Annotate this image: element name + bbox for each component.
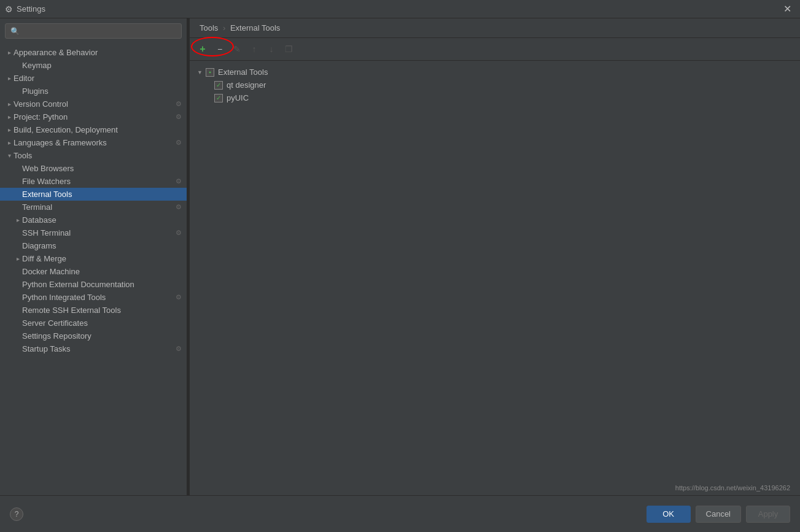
- tool-group-external-tools[interactable]: ▼ External Tools: [195, 66, 795, 79]
- sidebar-item-label: Build, Execution, Deployment: [14, 125, 182, 134]
- close-button[interactable]: ✕: [780, 2, 795, 16]
- settings-icon: ⚙: [176, 203, 182, 211]
- qt-designer-label: qt designer: [227, 80, 266, 90]
- sidebar-item-server-certs[interactable]: Server Certificates: [0, 317, 187, 330]
- bottom-bar: ? OK Cancel Apply: [0, 495, 800, 532]
- move-up-button[interactable]: ↑: [246, 42, 262, 56]
- sidebar-item-label: Server Certificates: [22, 318, 182, 328]
- sidebar-item-plugins[interactable]: Plugins: [0, 85, 187, 98]
- sidebar-item-settings-repo[interactable]: Settings Repository: [0, 330, 187, 342]
- tools-content: ▼ External Tools qt designer pyUIC: [190, 61, 800, 495]
- status-url: https://blog.csdn.net/weixin_43196262: [670, 483, 795, 493]
- tool-item-pyuic[interactable]: pyUIC: [195, 91, 795, 104]
- arrow-icon: ▸: [5, 126, 14, 133]
- sidebar-item-label: Python Integrated Tools: [22, 293, 173, 302]
- sidebar-item-diff-merge[interactable]: ▸Diff & Merge: [0, 252, 187, 265]
- sidebar-item-label: Settings Repository: [22, 331, 182, 341]
- sidebar-item-label: Languages & Frameworks: [14, 138, 173, 147]
- sidebar-item-python-integrated[interactable]: Python Integrated Tools⚙: [0, 291, 187, 304]
- settings-icon: ⚙: [176, 177, 182, 185]
- sidebar-item-remote-ssh[interactable]: Remote SSH External Tools: [0, 304, 187, 317]
- arrow-icon: ▸: [5, 139, 14, 146]
- settings-icon: ⚙: [176, 113, 182, 121]
- apply-button[interactable]: Apply: [746, 506, 790, 523]
- breadcrumb-tools[interactable]: Tools: [200, 23, 218, 33]
- sidebar-item-terminal[interactable]: Terminal⚙: [0, 201, 187, 214]
- sidebar-item-web-browsers[interactable]: Web Browsers: [0, 162, 187, 175]
- sidebar-item-external-tools[interactable]: External Tools: [0, 188, 187, 201]
- sidebar-item-ssh-terminal[interactable]: SSH Terminal⚙: [0, 226, 187, 239]
- sidebar-item-appearance[interactable]: ▸Appearance & Behavior: [0, 46, 187, 59]
- sidebar-item-label: Python External Documentation: [22, 280, 182, 289]
- tool-item-qt-designer[interactable]: qt designer: [195, 79, 795, 91]
- sidebar-item-label: Database: [22, 215, 182, 225]
- title-bar: ⚙ Settings ✕: [0, 0, 800, 18]
- search-input[interactable]: [22, 26, 176, 36]
- bottom-right: OK Cancel Apply: [647, 506, 790, 523]
- arrow-icon: ▸: [5, 101, 14, 107]
- arrow-icon: ▸: [14, 255, 22, 262]
- sidebar-tree: ▸Appearance & BehaviorKeymap▸EditorPlugi…: [0, 44, 187, 495]
- ok-button[interactable]: OK: [647, 506, 691, 523]
- sidebar-item-label: Tools: [14, 151, 182, 160]
- window-title: Settings: [17, 4, 45, 13]
- sidebar-item-version-control[interactable]: ▸Version Control⚙: [0, 98, 187, 110]
- move-down-button[interactable]: ↓: [263, 42, 279, 56]
- sidebar-item-label: Diagrams: [22, 241, 182, 250]
- main-panel: Tools › External Tools + − ✎ ↑ ↓ ❐ ▼ Ex: [190, 18, 800, 495]
- cancel-button[interactable]: Cancel: [696, 506, 741, 523]
- qt-designer-checkbox[interactable]: [214, 81, 223, 90]
- sidebar-item-languages-frameworks[interactable]: ▸Languages & Frameworks⚙: [0, 136, 187, 149]
- dialog-content: 🔍 ▸Appearance & BehaviorKeymap▸EditorPlu…: [0, 18, 800, 495]
- sidebar-item-tools[interactable]: ▾Tools: [0, 149, 187, 162]
- settings-icon: ⚙: [176, 293, 182, 301]
- sidebar-item-database[interactable]: ▸Database: [0, 214, 187, 226]
- breadcrumb-external-tools: External Tools: [230, 23, 280, 33]
- arrow-icon: ▸: [5, 75, 14, 82]
- sidebar-item-label: Plugins: [22, 87, 182, 96]
- settings-icon: ⚙: [176, 100, 182, 108]
- pyuic-label: pyUIC: [227, 93, 249, 102]
- sidebar-item-diagrams[interactable]: Diagrams: [0, 239, 187, 252]
- sidebar-item-editor[interactable]: ▸Editor: [0, 72, 187, 85]
- sidebar-item-startup-tasks[interactable]: Startup Tasks⚙: [0, 342, 187, 355]
- arrow-icon: ▾: [5, 152, 14, 159]
- group-arrow-icon: ▼: [197, 69, 204, 75]
- sidebar-item-python-ext-doc[interactable]: Python External Documentation: [0, 278, 187, 291]
- search-icon: 🔍: [10, 27, 20, 36]
- sidebar-item-label: Startup Tasks: [22, 344, 173, 353]
- help-button[interactable]: ?: [10, 507, 23, 521]
- sidebar-item-label: Editor: [14, 74, 182, 83]
- sidebar-item-label: Web Browsers: [22, 164, 182, 173]
- sidebar-item-label: Docker Machine: [22, 267, 182, 276]
- sidebar-item-label: Project: Python: [14, 112, 173, 121]
- add-button[interactable]: +: [195, 42, 211, 56]
- pyuic-checkbox[interactable]: [214, 94, 223, 102]
- sidebar-item-file-watchers[interactable]: File Watchers⚙: [0, 175, 187, 188]
- toolbar: + − ✎ ↑ ↓ ❐: [190, 38, 800, 61]
- title-bar-left: ⚙ Settings: [5, 4, 45, 14]
- sidebar-item-label: Terminal: [22, 202, 173, 212]
- remove-button[interactable]: −: [212, 42, 228, 56]
- external-tools-checkbox[interactable]: [206, 68, 214, 77]
- edit-button[interactable]: ✎: [229, 42, 245, 56]
- arrow-icon: ▸: [14, 217, 22, 223]
- sidebar-item-keymap[interactable]: Keymap: [0, 59, 187, 72]
- sidebar-item-project-python[interactable]: ▸Project: Python⚙: [0, 110, 187, 123]
- copy-button[interactable]: ❐: [281, 42, 297, 56]
- breadcrumb-sep: ›: [223, 23, 225, 33]
- settings-icon: ⚙: [176, 345, 182, 353]
- sidebar-item-label: External Tools: [22, 190, 182, 199]
- sidebar-item-label: Appearance & Behavior: [14, 48, 182, 57]
- sidebar-item-docker-machine[interactable]: Docker Machine: [0, 265, 187, 278]
- sidebar-item-label: SSH Terminal: [22, 228, 173, 237]
- sidebar-item-label: Diff & Merge: [22, 254, 182, 263]
- external-tools-group-label: External Tools: [218, 67, 268, 77]
- sidebar-item-build-execution[interactable]: ▸Build, Execution, Deployment: [0, 123, 187, 136]
- bottom-left: ?: [10, 507, 23, 521]
- search-box[interactable]: 🔍: [5, 23, 182, 39]
- arrow-icon: ▸: [5, 49, 14, 56]
- sidebar-item-label: File Watchers: [22, 177, 173, 186]
- sidebar: 🔍 ▸Appearance & BehaviorKeymap▸EditorPlu…: [0, 18, 187, 495]
- dialog-body: 🔍 ▸Appearance & BehaviorKeymap▸EditorPlu…: [0, 18, 800, 532]
